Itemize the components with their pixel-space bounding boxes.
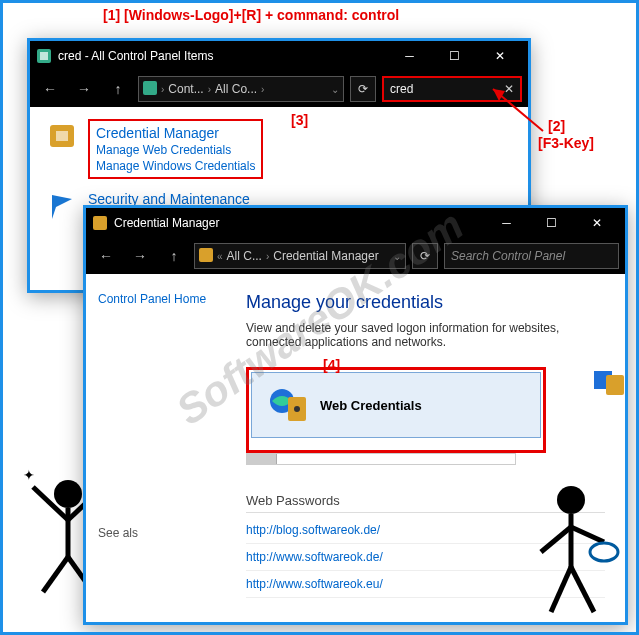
- chevron-right-icon[interactable]: ›: [208, 84, 211, 95]
- svg-line-16: [571, 567, 594, 612]
- annotation-1: [1] [Windows-Logo]+[R] + command: contro…: [103, 7, 399, 23]
- titlebar[interactable]: cred - All Control Panel Items ─ ☐ ✕: [30, 41, 528, 71]
- globe-safe-icon: [268, 385, 308, 425]
- close-button[interactable]: ✕: [477, 41, 522, 71]
- credential-manager-icon: [199, 248, 213, 265]
- maximize-button[interactable]: ☐: [529, 208, 574, 238]
- address-bar[interactable]: › Cont... › All Co... › ⌄: [138, 76, 344, 102]
- refresh-button[interactable]: ⟳: [350, 76, 376, 102]
- search-placeholder: Search Control Panel: [451, 249, 565, 263]
- svg-text:✦: ✦: [23, 467, 35, 483]
- back-button[interactable]: ←: [36, 75, 64, 103]
- svg-line-12: [541, 527, 571, 552]
- forward-button[interactable]: →: [126, 242, 154, 270]
- svg-point-14: [590, 543, 618, 561]
- up-button[interactable]: ↑: [104, 75, 132, 103]
- control-panel-icon: [36, 48, 52, 64]
- credential-manager-icon: [46, 119, 78, 151]
- highlight-box-4: Web Credentials: [246, 367, 546, 453]
- minimize-button[interactable]: ─: [484, 208, 529, 238]
- scroll-thumb[interactable]: [247, 454, 277, 464]
- svg-rect-29: [606, 375, 624, 395]
- control-panel-home-link[interactable]: Control Panel Home: [98, 292, 206, 306]
- search-input-value: cred: [390, 82, 413, 96]
- svg-rect-23: [93, 216, 107, 230]
- credential-manager-icon: [92, 215, 108, 231]
- search-input[interactable]: Search Control Panel: [444, 243, 619, 269]
- breadcrumb-1[interactable]: Cont...: [168, 82, 203, 96]
- breadcrumb-1[interactable]: All C...: [227, 249, 262, 263]
- annotation-3: [3]: [291, 112, 308, 128]
- see-also-label: See als: [98, 526, 234, 540]
- svg-rect-18: [40, 52, 48, 60]
- refresh-button[interactable]: ⟳: [412, 243, 438, 269]
- page-description: View and delete your saved logon informa…: [246, 321, 605, 349]
- window-title: Credential Manager: [114, 216, 484, 230]
- annotation-2: [2]: [548, 118, 565, 134]
- forward-button[interactable]: →: [70, 75, 98, 103]
- window-title: cred - All Control Panel Items: [58, 49, 387, 63]
- windows-credentials-icon-partial[interactable]: [592, 363, 626, 404]
- control-panel-root-icon: [143, 81, 157, 98]
- annotation-2b: [F3-Key]: [538, 135, 594, 151]
- address-bar[interactable]: « All C... › Credential Manager ⌄: [194, 243, 406, 269]
- svg-rect-21: [56, 131, 68, 141]
- toolbar: ← → ↑ « All C... › Credential Manager ⌄ …: [86, 238, 625, 274]
- chevron-right-icon[interactable]: ›: [261, 84, 264, 95]
- result-credential-manager[interactable]: Credential Manager: [96, 125, 219, 141]
- web-credentials-label: Web Credentials: [320, 398, 422, 413]
- svg-marker-1: [493, 89, 505, 101]
- stickman-right: [516, 472, 626, 622]
- svg-rect-24: [199, 248, 213, 262]
- chevron-down-icon[interactable]: ⌄: [393, 251, 401, 262]
- toolbar: ← → ↑ › Cont... › All Co... › ⌄ ⟳ cred ✕: [30, 71, 528, 107]
- up-button[interactable]: ↑: [160, 242, 188, 270]
- link-manage-windows-credentials[interactable]: Manage Windows Credentials: [96, 159, 255, 173]
- arrow-annotation-2: [483, 81, 553, 141]
- maximize-button[interactable]: ☐: [432, 41, 477, 71]
- svg-line-6: [43, 557, 68, 592]
- titlebar[interactable]: Credential Manager ─ ☐ ✕: [86, 208, 625, 238]
- link-manage-web-credentials[interactable]: Manage Web Credentials: [96, 143, 255, 157]
- close-button[interactable]: ✕: [574, 208, 619, 238]
- svg-marker-22: [52, 195, 72, 219]
- breadcrumb-2[interactable]: Credential Manager: [273, 249, 378, 263]
- svg-point-27: [294, 406, 300, 412]
- svg-point-2: [54, 480, 82, 508]
- left-nav: Control Panel Home See als: [86, 274, 246, 622]
- highlight-box-3: Credential Manager Manage Web Credential…: [88, 119, 263, 179]
- annotation-4: [4]: [323, 357, 340, 373]
- minimize-button[interactable]: ─: [387, 41, 432, 71]
- security-flag-icon: [46, 191, 78, 223]
- chevron-right-icon[interactable]: ›: [266, 251, 269, 262]
- chevron-right-icon[interactable]: ›: [161, 84, 164, 95]
- svg-rect-19: [143, 81, 157, 95]
- chevron-left-icon[interactable]: «: [217, 251, 223, 262]
- back-button[interactable]: ←: [92, 242, 120, 270]
- horizontal-scrollbar[interactable]: [246, 453, 516, 465]
- page-heading: Manage your credentials: [246, 292, 605, 313]
- chevron-down-icon[interactable]: ⌄: [331, 84, 339, 95]
- svg-line-13: [571, 527, 604, 542]
- breadcrumb-2[interactable]: All Co...: [215, 82, 257, 96]
- svg-point-10: [557, 486, 585, 514]
- svg-line-15: [551, 567, 571, 612]
- web-credentials-tab[interactable]: Web Credentials: [251, 372, 541, 438]
